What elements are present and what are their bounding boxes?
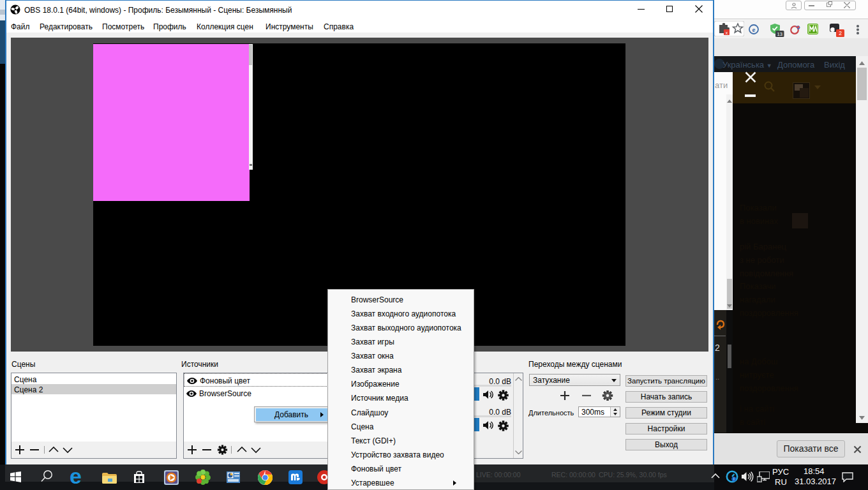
svg-text:i: i — [733, 477, 734, 481]
svg-text:e: e — [752, 26, 756, 33]
svg-text:13: 13 — [777, 31, 782, 37]
svg-text:2: 2 — [839, 30, 842, 36]
svg-text:x: x — [726, 31, 728, 35]
